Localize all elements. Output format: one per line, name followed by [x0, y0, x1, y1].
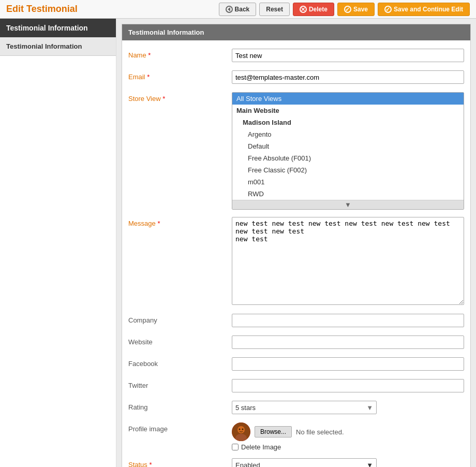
name-input[interactable]	[232, 49, 464, 62]
facebook-row: Facebook	[128, 357, 464, 372]
message-row: Message new test new test new test new t…	[128, 217, 464, 307]
profile-image-row: Profile image	[128, 422, 464, 451]
store-option-argento[interactable]: Argento	[232, 128, 464, 140]
store-option-madison[interactable]: Madison Island	[232, 116, 464, 128]
facebook-input[interactable]	[232, 357, 464, 371]
twitter-row: Twitter	[128, 379, 464, 393]
rating-select[interactable]: 5 stars ▼	[232, 401, 377, 414]
store-option-rwd[interactable]: RWD	[232, 188, 464, 200]
company-row: Company	[128, 314, 464, 328]
name-control	[232, 49, 464, 62]
message-control: new test new test new test new test new …	[232, 217, 464, 307]
twitter-control	[232, 379, 464, 392]
store-option-default[interactable]: Default	[232, 140, 464, 152]
twitter-label: Twitter	[128, 379, 232, 389]
name-row: Name	[128, 49, 464, 63]
store-option-free-classic[interactable]: Free Classic (F002)	[232, 164, 464, 176]
section-body: Name Email	[122, 40, 470, 467]
layout: Testimonial Information Testimonial Info…	[0, 19, 476, 467]
company-label: Company	[128, 314, 232, 324]
store-option-main[interactable]: Main Website	[232, 105, 464, 116]
main-content: Testimonial Information Name Email	[116, 19, 476, 467]
rating-label: Rating	[128, 401, 232, 411]
delete-image-label[interactable]: Delete Image	[241, 443, 281, 451]
status-control: Enabled ▼	[232, 458, 464, 467]
website-row: Website	[128, 335, 464, 350]
file-upload-row: Browse... No file selected.	[232, 422, 464, 441]
store-option-m001[interactable]: m001	[232, 176, 464, 188]
sidebar-title: Testimonial Information	[0, 19, 116, 37]
no-file-label: No file selected.	[296, 428, 344, 436]
delete-button[interactable]: ✕ Delete	[293, 3, 334, 16]
message-label: Message	[128, 217, 232, 227]
facebook-label: Facebook	[128, 357, 232, 368]
delete-image-checkbox[interactable]	[232, 444, 239, 450]
delete-icon: ✕	[300, 6, 307, 13]
facebook-control	[232, 357, 464, 371]
save-icon: ✓	[344, 6, 351, 13]
website-label: Website	[128, 335, 232, 346]
reset-button[interactable]: Reset	[259, 3, 290, 16]
back-button[interactable]: Back	[219, 3, 257, 16]
profile-image-label: Profile image	[128, 422, 232, 433]
store-view-label: Store View	[128, 92, 232, 103]
store-view-select[interactable]: All Store Views Main Website Madison Isl…	[232, 92, 464, 210]
company-input[interactable]	[232, 314, 464, 327]
rating-value: 5 stars	[235, 404, 256, 412]
page-title: Edit Testimonial	[6, 4, 78, 14]
browse-button[interactable]: Browse...	[255, 426, 292, 437]
rating-control: 5 stars ▼	[232, 401, 464, 414]
email-row: Email	[128, 70, 464, 85]
profile-thumbnail	[232, 422, 250, 441]
scroll-down-button[interactable]: ▼	[232, 200, 464, 209]
message-textarea[interactable]: new test new test new test new test new …	[232, 217, 464, 305]
store-view-row: Store View All Store Views Main Website …	[128, 92, 464, 210]
save-button[interactable]: ✓ Save	[337, 3, 375, 16]
sidebar: Testimonial Information Testimonial Info…	[0, 19, 116, 467]
name-label: Name	[128, 49, 232, 59]
rating-arrow-icon: ▼	[366, 404, 373, 412]
sidebar-item-testimonial-info[interactable]: Testimonial Information	[0, 37, 116, 56]
svg-point-4	[242, 429, 244, 430]
status-label: Status	[128, 458, 232, 467]
header-actions: Back Reset ✕ Delete ✓ Save ✓ Save and Co…	[219, 3, 470, 16]
email-label: Email	[128, 70, 232, 81]
store-option-free-absolute[interactable]: Free Absolute (F001)	[232, 152, 464, 164]
email-input[interactable]	[232, 70, 464, 84]
website-input[interactable]	[232, 335, 464, 349]
status-arrow-icon: ▼	[366, 461, 373, 468]
status-value: Enabled	[235, 461, 260, 468]
save-continue-button[interactable]: ✓ Save and Continue Edit	[378, 3, 470, 16]
save-continue-icon: ✓	[384, 6, 392, 13]
website-control	[232, 335, 464, 349]
email-control	[232, 70, 464, 84]
back-icon	[226, 6, 233, 13]
store-view-list[interactable]: All Store Views Main Website Madison Isl…	[232, 93, 464, 200]
testimonial-section: Testimonial Information Name Email	[122, 24, 471, 467]
page-header: Edit Testimonial Back Reset ✕ Delete ✓ S…	[0, 0, 476, 19]
store-view-control: All Store Views Main Website Madison Isl…	[232, 92, 464, 210]
section-header: Testimonial Information	[122, 24, 470, 40]
delete-image-row: Delete Image	[232, 443, 464, 451]
twitter-input[interactable]	[232, 379, 464, 392]
store-option-all[interactable]: All Store Views	[232, 93, 464, 105]
company-control	[232, 314, 464, 327]
profile-image-control: Browse... No file selected. Delete Image	[232, 422, 464, 451]
rating-row: Rating 5 stars ▼	[128, 401, 464, 415]
status-row: Status Enabled ▼	[128, 458, 464, 467]
svg-point-3	[239, 429, 241, 430]
status-select[interactable]: Enabled ▼	[232, 458, 377, 467]
